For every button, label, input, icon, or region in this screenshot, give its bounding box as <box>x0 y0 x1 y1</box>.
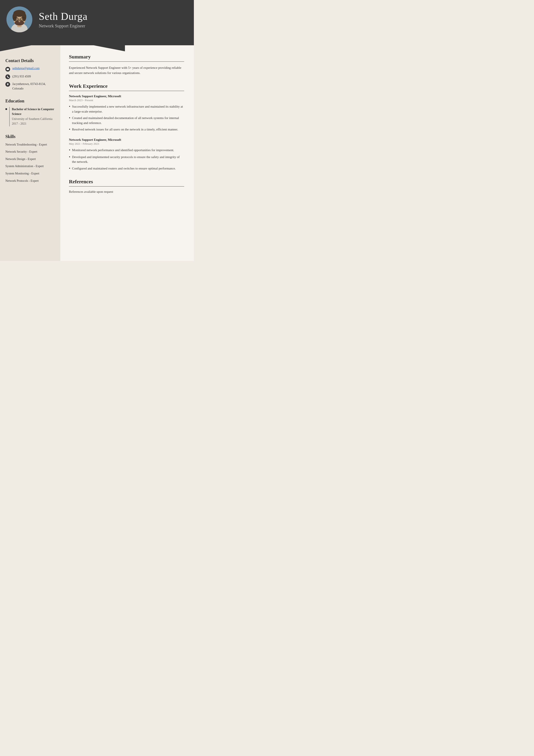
job-2-bullet-1: Monitored network performance and identi… <box>69 148 184 153</box>
references-title: References <box>69 179 184 186</box>
work-experience-section: Work Experience Network Support Engineer… <box>69 83 184 171</box>
edu-school: University of Southern California <box>12 117 55 122</box>
job-1: Network Support Engineer, Microsoft Marc… <box>69 94 184 132</box>
edu-bullet-icon <box>5 108 7 110</box>
svg-point-13 <box>18 21 20 22</box>
education-item: Bachelor of Science in Computer Science … <box>5 107 55 126</box>
job-2-period: May 2021 - February 2023 <box>69 142 184 146</box>
skill-item: Network Security - Expert <box>5 149 55 154</box>
summary-title: Summary <box>69 54 184 62</box>
job-1-period: March 2023 - Present <box>69 98 184 102</box>
avatar <box>7 7 32 32</box>
references-section: References References available upon req… <box>69 179 184 194</box>
sidebar: Contact Details sethdurga@gmail.com (291… <box>0 45 60 261</box>
education-section-title: Education <box>5 98 55 103</box>
svg-point-12 <box>22 18 24 20</box>
edu-years: 2017 - 2021 <box>12 122 55 126</box>
contact-section-title: Contact Details <box>5 58 55 63</box>
candidate-name: Seth Durga <box>39 10 88 22</box>
phone-icon <box>5 74 10 79</box>
location-text: Jacynthetown, 03743-8134, Colorado <box>12 82 55 91</box>
skill-item: System Monitoring - Expert <box>5 172 55 176</box>
contact-phone-item: (291) 933 4509 <box>5 74 55 79</box>
skills-section: Skills Network Troubleshooting - Expert … <box>5 134 55 183</box>
job-2-bullets: Monitored network performance and identi… <box>69 148 184 171</box>
main-content: Summary Experienced Network Support Engi… <box>60 45 194 261</box>
email-icon <box>5 67 10 71</box>
job-2-title: Network Support Engineer, Microsoft <box>69 138 184 142</box>
job-1-bullet-3: Resolved network issues for all users on… <box>69 127 184 132</box>
job-1-bullet-1: Successfully implemented a new network i… <box>69 104 184 114</box>
svg-point-11 <box>15 18 17 20</box>
email-link[interactable]: sethdurga@gmail.com <box>12 67 39 70</box>
job-1-bullets: Successfully implemented a new network i… <box>69 104 184 132</box>
job-1-bullet-2: Created and maintained detailed document… <box>69 116 184 125</box>
work-experience-title: Work Experience <box>69 83 184 91</box>
references-text: References available upon request <box>69 190 184 194</box>
edu-degree: Bachelor of Science in Computer Science <box>12 107 55 117</box>
skills-section-title: Skills <box>5 134 55 139</box>
skill-item: Network Design - Expert <box>5 157 55 161</box>
phone-text: (291) 933 4509 <box>12 74 31 79</box>
skill-item: Network Protocols - Expert <box>5 179 55 183</box>
header-text-block: Seth Durga Network Support Engineer <box>39 10 88 28</box>
contact-section: Contact Details sethdurga@gmail.com (291… <box>5 58 55 91</box>
job-2-bullet-2: Developed and implemented security proto… <box>69 155 184 164</box>
resume-header: Seth Durga Network Support Engineer <box>0 0 194 39</box>
skill-item: Network Troubleshooting - Expert <box>5 143 55 147</box>
edu-content: Bachelor of Science in Computer Science … <box>9 107 55 126</box>
job-2: Network Support Engineer, Microsoft May … <box>69 138 184 171</box>
summary-section: Summary Experienced Network Support Engi… <box>69 54 184 75</box>
summary-text: Experienced Network Support Engineer wit… <box>69 65 184 75</box>
education-section: Education Bachelor of Science in Compute… <box>5 98 55 126</box>
job-2-bullet-3: Configured and maintained routers and sw… <box>69 166 184 171</box>
candidate-title: Network Support Engineer <box>39 23 88 28</box>
contact-location-item: Jacynthetown, 03743-8134, Colorado <box>5 82 55 91</box>
job-1-title: Network Support Engineer, Microsoft <box>69 94 184 98</box>
contact-email-item: sethdurga@gmail.com <box>5 67 55 71</box>
main-layout: Contact Details sethdurga@gmail.com (291… <box>0 45 194 261</box>
chevron-decoration <box>0 39 194 45</box>
skill-item: System Administration - Expert <box>5 164 55 168</box>
location-icon <box>5 82 10 87</box>
